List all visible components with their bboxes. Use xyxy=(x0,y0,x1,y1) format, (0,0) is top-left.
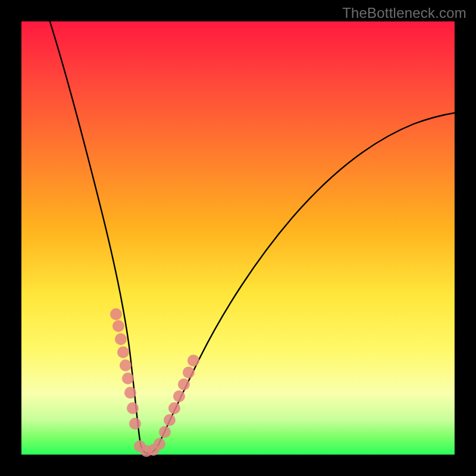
marker-dot xyxy=(178,378,190,390)
marker-dot xyxy=(122,372,134,384)
watermark-text: TheBottleneck.com xyxy=(342,5,466,21)
marker-dot xyxy=(115,333,127,345)
marker-dot xyxy=(154,438,165,450)
marker-dot xyxy=(168,402,180,414)
marker-dot xyxy=(124,387,136,399)
marker-dot xyxy=(164,414,176,426)
marker-dot xyxy=(183,367,195,378)
marker-dot xyxy=(187,355,199,367)
marker-dot xyxy=(117,346,129,358)
marker-dot xyxy=(159,426,171,438)
bottleneck-curve xyxy=(38,0,474,453)
bottleneck-curve-svg xyxy=(21,21,455,455)
marker-dot xyxy=(129,418,141,430)
marker-dot xyxy=(110,308,122,320)
marker-dot xyxy=(173,390,185,402)
chart-frame xyxy=(21,21,455,455)
marker-dot xyxy=(127,402,139,414)
marker-dot xyxy=(112,320,124,332)
marker-dot xyxy=(120,359,131,371)
